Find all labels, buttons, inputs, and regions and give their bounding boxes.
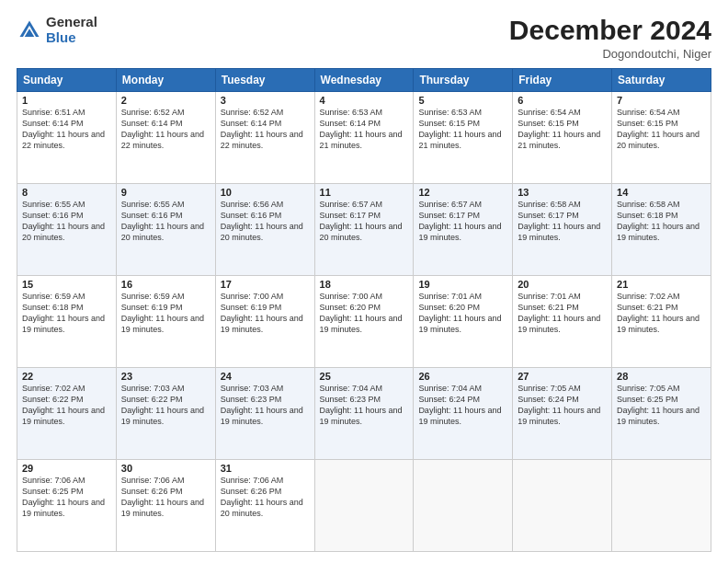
day-number: 18 [320,279,409,290]
calendar-cell: 9 Sunrise: 6:55 AMSunset: 6:16 PMDayligh… [116,184,215,276]
day-info: Sunrise: 7:00 AMSunset: 6:19 PMDaylight:… [221,292,303,334]
day-info: Sunrise: 6:58 AMSunset: 6:17 PMDaylight:… [518,200,600,242]
page: General Blue December 2024 Dogondoutchi,… [0,0,728,563]
calendar-cell: 22 Sunrise: 7:02 AMSunset: 6:22 PMDaylig… [17,368,117,460]
day-number: 5 [418,95,507,106]
day-info: Sunrise: 6:59 AMSunset: 6:18 PMDaylight:… [22,292,105,334]
day-number: 27 [518,371,607,382]
day-info: Sunrise: 7:05 AMSunset: 6:25 PMDaylight:… [617,384,700,426]
month-title: December 2024 [509,15,711,45]
calendar-cell: 25 Sunrise: 7:04 AMSunset: 6:23 PMDaylig… [314,368,414,460]
calendar-cell: 13 Sunrise: 6:58 AMSunset: 6:17 PMDaylig… [513,184,612,276]
title-block: December 2024 Dogondoutchi, Niger [509,15,711,61]
day-number: 12 [418,187,507,198]
day-of-week-header: Wednesday [314,69,414,92]
day-info: Sunrise: 7:06 AMSunset: 6:26 PMDaylight:… [221,476,303,518]
calendar-cell: 10 Sunrise: 6:56 AMSunset: 6:16 PMDaylig… [215,184,314,276]
day-number: 26 [418,371,507,382]
day-info: Sunrise: 7:05 AMSunset: 6:24 PMDaylight:… [518,384,600,426]
calendar-cell: 20 Sunrise: 7:01 AMSunset: 6:21 PMDaylig… [513,276,612,368]
calendar-cell: 23 Sunrise: 7:03 AMSunset: 6:22 PMDaylig… [116,368,215,460]
day-info: Sunrise: 7:01 AMSunset: 6:21 PMDaylight:… [518,292,600,334]
logo-blue: Blue [46,29,76,45]
day-of-week-header: Friday [513,69,612,92]
calendar-cell: 1 Sunrise: 6:51 AMSunset: 6:14 PMDayligh… [17,92,117,184]
calendar-cell [414,460,513,552]
day-number: 8 [22,187,111,198]
day-info: Sunrise: 6:55 AMSunset: 6:16 PMDaylight:… [22,200,105,242]
calendar-cell [612,460,711,552]
day-number: 30 [121,463,210,474]
days-of-week-row: SundayMondayTuesdayWednesdayThursdayFrid… [17,69,711,92]
day-number: 16 [121,279,210,290]
calendar-cell: 5 Sunrise: 6:53 AMSunset: 6:15 PMDayligh… [414,92,513,184]
day-number: 10 [221,187,310,198]
day-info: Sunrise: 7:04 AMSunset: 6:24 PMDaylight:… [418,384,501,426]
day-info: Sunrise: 6:57 AMSunset: 6:17 PMDaylight:… [320,200,403,242]
day-info: Sunrise: 6:56 AMSunset: 6:16 PMDaylight:… [221,200,303,242]
calendar-cell: 28 Sunrise: 7:05 AMSunset: 6:25 PMDaylig… [612,368,711,460]
day-number: 28 [617,371,706,382]
day-of-week-header: Monday [116,69,215,92]
calendar-cell: 24 Sunrise: 7:03 AMSunset: 6:23 PMDaylig… [215,368,314,460]
calendar-cell: 19 Sunrise: 7:01 AMSunset: 6:20 PMDaylig… [414,276,513,368]
day-info: Sunrise: 7:00 AMSunset: 6:20 PMDaylight:… [320,292,403,334]
calendar-week-row: 8 Sunrise: 6:55 AMSunset: 6:16 PMDayligh… [17,184,711,276]
day-info: Sunrise: 6:57 AMSunset: 6:17 PMDaylight:… [418,200,501,242]
day-number: 6 [518,95,607,106]
calendar-body: 1 Sunrise: 6:51 AMSunset: 6:14 PMDayligh… [17,92,711,552]
day-info: Sunrise: 6:58 AMSunset: 6:18 PMDaylight:… [617,200,700,242]
day-number: 17 [221,279,310,290]
calendar-cell: 8 Sunrise: 6:55 AMSunset: 6:16 PMDayligh… [17,184,117,276]
calendar-cell: 3 Sunrise: 6:52 AMSunset: 6:14 PMDayligh… [215,92,314,184]
day-of-week-header: Tuesday [215,69,314,92]
day-info: Sunrise: 6:54 AMSunset: 6:15 PMDaylight:… [617,108,700,150]
day-number: 29 [22,463,111,474]
calendar-cell: 12 Sunrise: 6:57 AMSunset: 6:17 PMDaylig… [414,184,513,276]
location: Dogondoutchi, Niger [509,47,711,61]
day-number: 11 [320,187,409,198]
day-number: 14 [617,187,706,198]
day-info: Sunrise: 6:55 AMSunset: 6:16 PMDaylight:… [121,200,204,242]
day-number: 2 [121,95,210,106]
day-number: 21 [617,279,706,290]
calendar-cell [513,460,612,552]
day-info: Sunrise: 6:51 AMSunset: 6:14 PMDaylight:… [22,108,105,150]
calendar-cell: 21 Sunrise: 7:02 AMSunset: 6:21 PMDaylig… [612,276,711,368]
day-info: Sunrise: 6:59 AMSunset: 6:19 PMDaylight:… [121,292,204,334]
day-info: Sunrise: 7:06 AMSunset: 6:25 PMDaylight:… [22,476,105,518]
day-number: 7 [617,95,706,106]
day-info: Sunrise: 7:03 AMSunset: 6:23 PMDaylight:… [221,384,303,426]
calendar-cell: 2 Sunrise: 6:52 AMSunset: 6:14 PMDayligh… [116,92,215,184]
day-number: 9 [121,187,210,198]
day-number: 1 [22,95,111,106]
day-info: Sunrise: 7:04 AMSunset: 6:23 PMDaylight:… [320,384,403,426]
calendar-cell: 15 Sunrise: 6:59 AMSunset: 6:18 PMDaylig… [17,276,117,368]
calendar-cell: 6 Sunrise: 6:54 AMSunset: 6:15 PMDayligh… [513,92,612,184]
calendar-week-row: 15 Sunrise: 6:59 AMSunset: 6:18 PMDaylig… [17,276,711,368]
day-of-week-header: Saturday [612,69,711,92]
day-info: Sunrise: 6:52 AMSunset: 6:14 PMDaylight:… [221,108,303,150]
day-number: 23 [121,371,210,382]
day-number: 31 [221,463,310,474]
day-info: Sunrise: 6:52 AMSunset: 6:14 PMDaylight:… [121,108,204,150]
day-info: Sunrise: 7:06 AMSunset: 6:26 PMDaylight:… [121,476,204,518]
calendar-cell [314,460,414,552]
day-info: Sunrise: 7:03 AMSunset: 6:22 PMDaylight:… [121,384,204,426]
calendar-week-row: 22 Sunrise: 7:02 AMSunset: 6:22 PMDaylig… [17,368,711,460]
calendar-cell: 29 Sunrise: 7:06 AMSunset: 6:25 PMDaylig… [17,460,117,552]
day-number: 19 [418,279,507,290]
calendar: SundayMondayTuesdayWednesdayThursdayFrid… [17,68,711,552]
day-number: 3 [221,95,310,106]
day-info: Sunrise: 7:02 AMSunset: 6:21 PMDaylight:… [617,292,700,334]
day-info: Sunrise: 6:54 AMSunset: 6:15 PMDaylight:… [518,108,600,150]
calendar-cell: 14 Sunrise: 6:58 AMSunset: 6:18 PMDaylig… [612,184,711,276]
day-number: 25 [320,371,409,382]
day-number: 13 [518,187,607,198]
day-number: 4 [320,95,409,106]
day-of-week-header: Thursday [414,69,513,92]
calendar-cell: 30 Sunrise: 7:06 AMSunset: 6:26 PMDaylig… [116,460,215,552]
calendar-week-row: 1 Sunrise: 6:51 AMSunset: 6:14 PMDayligh… [17,92,711,184]
day-number: 15 [22,279,111,290]
calendar-cell: 11 Sunrise: 6:57 AMSunset: 6:17 PMDaylig… [314,184,414,276]
